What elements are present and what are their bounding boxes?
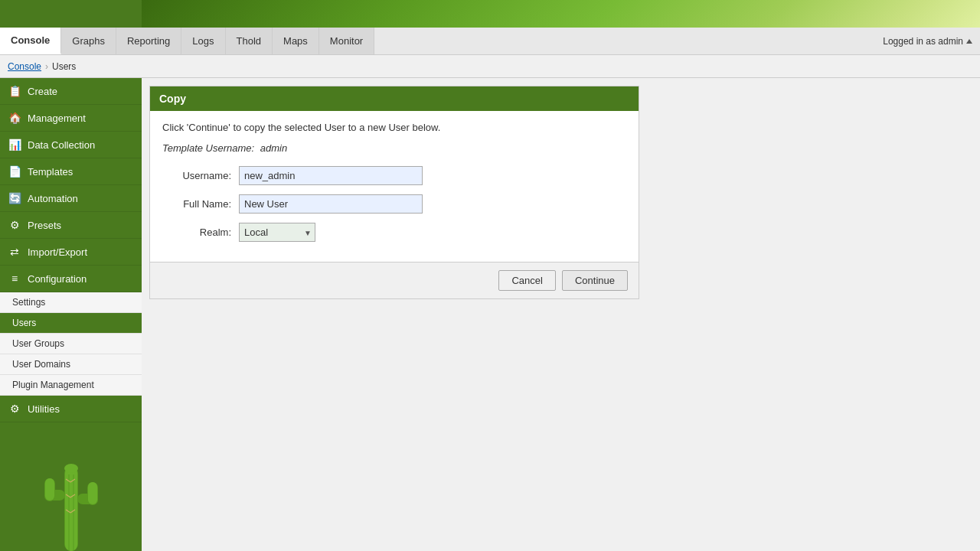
copy-panel-footer: Cancel Continue <box>150 262 639 298</box>
breadcrumb: Console › Users <box>0 55 980 78</box>
submenu-user-domains[interactable]: User Domains <box>0 354 142 375</box>
sidebar-label-utilities: Utilities <box>28 403 60 415</box>
sidebar-item-data-collection[interactable]: 📊 Data Collection <box>0 132 142 158</box>
copy-description: Click 'Continue' to copy the selected Us… <box>162 122 626 133</box>
sidebar-item-presets[interactable]: ⚙ Presets <box>0 212 142 239</box>
svg-rect-4 <box>45 478 54 500</box>
copy-panel-title: Copy <box>150 86 639 111</box>
sidebar-label-presets: Presets <box>28 220 61 231</box>
breadcrumb-console[interactable]: Console <box>8 61 41 72</box>
sidebar-item-create[interactable]: 📋 Create <box>0 78 142 105</box>
data-collection-icon: 📊 <box>8 138 21 152</box>
svg-rect-7 <box>88 482 97 504</box>
continue-button[interactable]: Continue <box>562 270 628 291</box>
presets-icon: ⚙ <box>8 218 21 232</box>
management-icon: 🏠 <box>8 111 21 125</box>
submenu-user-groups[interactable]: User Groups <box>0 334 142 354</box>
sidebar-label-import-export: Import/Export <box>28 246 87 258</box>
import-export-icon: ⇄ <box>8 245 21 259</box>
fullname-row: Full Name: <box>162 194 626 214</box>
breadcrumb-users[interactable]: Users <box>52 61 76 72</box>
breadcrumb-sep: › <box>45 61 48 72</box>
sidebar-item-management[interactable]: 🏠 Management <box>0 105 142 132</box>
fullname-input[interactable] <box>239 194 423 214</box>
realm-select[interactable]: Local LDAP <box>239 223 315 242</box>
sidebar-label-create: Create <box>28 86 57 97</box>
user-menu-arrow-icon[interactable] <box>966 39 972 44</box>
sidebar-label-configuration: Configuration <box>28 273 87 285</box>
tab-thold[interactable]: Thold <box>226 28 273 54</box>
sidebar-label-templates: Templates <box>28 166 73 178</box>
submenu-settings[interactable]: Settings <box>0 292 142 313</box>
sidebar-item-configuration[interactable]: ≡ Configuration <box>0 266 142 292</box>
copy-panel-body: Click 'Continue' to copy the selected Us… <box>150 111 639 262</box>
svg-point-16 <box>64 464 78 473</box>
tab-monitor[interactable]: Monitor <box>319 28 374 54</box>
tab-console[interactable]: Console <box>0 28 61 54</box>
main-layout: 📋 Create 🏠 Management 📊 Data Collection … <box>0 78 980 551</box>
logged-in-label: Logged in as admin <box>883 36 972 47</box>
submenu-plugin-management[interactable]: Plugin Management <box>0 375 142 396</box>
realm-label: Realm: <box>162 227 231 238</box>
username-row: Username: <box>162 166 626 185</box>
copy-panel: Copy Click 'Continue' to copy the select… <box>149 86 639 299</box>
sidebar: 📋 Create 🏠 Management 📊 Data Collection … <box>0 78 142 551</box>
sidebar-item-templates[interactable]: 📄 Templates <box>0 158 142 185</box>
tab-reporting[interactable]: Reporting <box>116 28 181 54</box>
realm-select-wrapper: Local LDAP ▼ <box>239 223 315 242</box>
tab-graphs[interactable]: Graphs <box>61 28 116 54</box>
tab-logs[interactable]: Logs <box>181 28 225 54</box>
sidebar-label-management: Management <box>28 112 86 124</box>
sidebar-item-utilities[interactable]: ⚙ Utilities <box>0 396 142 422</box>
create-icon: 📋 <box>8 84 21 98</box>
content-area: Copy Click 'Continue' to copy the select… <box>142 78 980 551</box>
sidebar-item-automation[interactable]: 🔄 Automation <box>0 185 142 212</box>
sidebar-label-automation: Automation <box>28 193 78 204</box>
username-label: Username: <box>162 170 231 181</box>
cancel-button[interactable]: Cancel <box>498 270 555 291</box>
top-nav: Console Graphs Reporting Logs Thold Maps… <box>0 28 980 55</box>
cactus-svg <box>37 436 106 551</box>
template-username-row: Template Username: admin <box>162 142 626 154</box>
sidebar-item-import-export[interactable]: ⇄ Import/Export <box>0 239 142 266</box>
realm-row: Realm: Local LDAP ▼ <box>162 223 626 242</box>
username-input[interactable] <box>239 166 423 185</box>
template-username-label: Template Username: <box>162 142 254 154</box>
tab-maps[interactable]: Maps <box>273 28 319 54</box>
templates-icon: 📄 <box>8 165 21 178</box>
submenu-users[interactable]: Users <box>0 313 142 334</box>
sidebar-label-data-collection: Data Collection <box>28 139 95 151</box>
utilities-icon: ⚙ <box>8 402 21 416</box>
automation-icon: 🔄 <box>8 191 21 205</box>
configuration-icon: ≡ <box>8 272 21 285</box>
settings-submenu: Settings Users User Groups User Domains … <box>0 292 142 396</box>
cactus-decoration <box>0 422 142 551</box>
template-username-value: admin <box>260 142 287 154</box>
fullname-label: Full Name: <box>162 198 231 210</box>
